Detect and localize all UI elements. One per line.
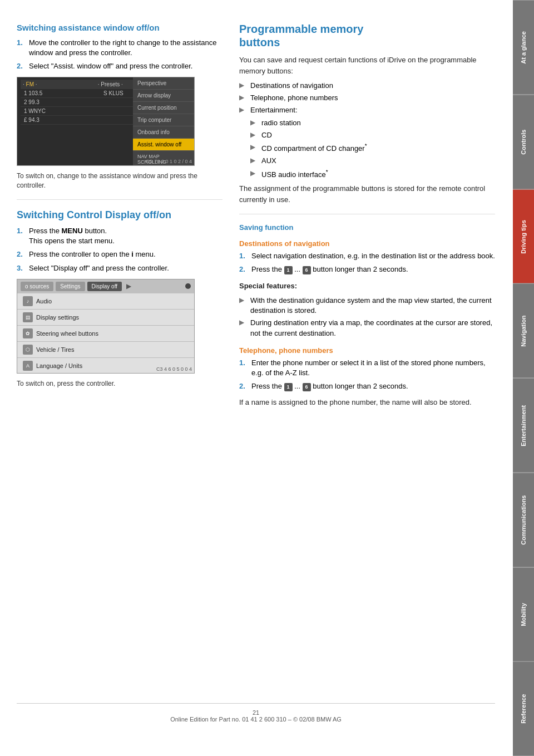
tab-settings[interactable]: Settings <box>56 282 85 291</box>
fm-menu-current[interactable]: Current position <box>133 102 194 114</box>
fm-menu-trip[interactable]: Trip computer <box>133 114 194 126</box>
step-text-1: Move the controller to the right to chan… <box>29 38 222 58</box>
display-steps: 1. Press the MENU button.This opens the … <box>17 226 222 273</box>
special-features-label: Special features: <box>239 281 495 292</box>
main-title: Programmable memory buttons <box>239 22 495 49</box>
saving-title: Saving function <box>239 223 495 232</box>
sidebar-tab-communications[interactable]: Communications <box>513 473 534 567</box>
fm-menu-onboard[interactable]: Onboard info <box>133 126 194 139</box>
arrow-icon-2: ▶ <box>239 93 247 103</box>
arrow-icon-8: ▶ <box>250 169 258 180</box>
step-text-2: Select "Assist. window off" and press th… <box>29 61 192 71</box>
special-bullet-2: ▶ During destination entry via a map, th… <box>239 318 495 338</box>
phone-step-1: 1. Enter the phone number or select it i… <box>239 358 495 378</box>
section-title-display: Switching Control Display off/on <box>17 209 222 222</box>
phone-subsection-title: Telephone, phone numbers <box>239 346 495 355</box>
sidebar-tab-controls[interactable]: Controls <box>513 95 534 189</box>
settings-label-display: Display settings <box>36 314 79 321</box>
screen-label-1: CD 78 0 0 1 0 2 / 0 4 <box>146 159 192 164</box>
nav-step-2: 2. Press the 1 ... 6 button longer than … <box>239 264 495 274</box>
left-column: Switching assistance window off/on 1. Mo… <box>17 22 222 692</box>
fm-right-menu: Perspective Arrow display Current positi… <box>133 77 194 165</box>
feature-cd: ▶ CD <box>239 130 495 140</box>
phone-step-text-1: Enter the phone number or select it in a… <box>251 358 495 378</box>
feature-entertainment-label: Entertainment: <box>250 105 298 115</box>
nav-step-1: 1. Select navigation destination, e.g. i… <box>239 251 495 261</box>
phone-steps: 1. Enter the phone number or select it i… <box>239 358 495 392</box>
steering-icon: ✿ <box>23 328 33 338</box>
settings-items-list: ♪ Audio ▤ Display settings ✿ Steering wh… <box>17 293 194 374</box>
settings-item-display[interactable]: ▤ Display settings <box>17 310 194 326</box>
display-step-text-2: Press the controller to open the i menu. <box>29 249 156 259</box>
settings-item-vehicle[interactable]: ⬡ Vehicle / Tires <box>17 342 194 358</box>
tab-display-off[interactable]: Display off <box>87 282 122 291</box>
main-title-line2: buttons <box>239 36 280 48</box>
feature-usb-label: USB audio interface* <box>261 169 328 180</box>
settings-item-audio[interactable]: ♪ Audio <box>17 293 194 310</box>
settings-top-bar: o sources Settings Display off ▶ <box>17 279 194 293</box>
arrow-special-1: ▶ <box>239 296 247 316</box>
special-bullet-text-2: During destination entry via a map, the … <box>250 318 495 338</box>
feature-cd-label: CD <box>261 130 272 140</box>
fm-menu-perspective[interactable]: Perspective <box>133 77 194 90</box>
phone-step-num-1: 1. <box>239 358 247 378</box>
right-column: Programmable memory buttons You can save… <box>239 22 495 692</box>
sidebar-tab-entertainment[interactable]: Entertainment <box>513 378 534 473</box>
display-step-2: 2. Press the controller to open the i me… <box>17 249 222 259</box>
btn-1-nav: 1 <box>284 266 293 274</box>
special-bullet-1: ▶ With the destination guidance system a… <box>239 296 495 316</box>
footer-page-num: 21 <box>253 709 259 716</box>
phone-step-2: 2. Press the 1 ... 6 button longer than … <box>239 381 495 391</box>
arrow-icon-5: ▶ <box>250 130 258 140</box>
display-step-num-2: 2. <box>17 249 24 259</box>
asterisk-2: * <box>326 169 328 175</box>
feature-aux: ▶ AUX <box>239 156 495 166</box>
feature-nav-label: Destinations of navigation <box>250 81 333 91</box>
phone-step-text-2: Press the 1 ... 6 button longer than 2 s… <box>251 381 408 391</box>
step-1: 1. Move the controller to the right to c… <box>17 38 222 58</box>
arrow-special-2: ▶ <box>239 318 247 338</box>
settings-screen: o sources Settings Display off ▶ ♪ Audio <box>17 279 195 374</box>
feature-list: ▶ Destinations of navigation ▶ Telephone… <box>239 81 495 180</box>
btn-6-nav: 6 <box>303 266 311 274</box>
settings-label-vehicle: Vehicle / Tires <box>36 346 74 353</box>
display-step-num-3: 3. <box>17 263 24 273</box>
feature-aux-label: AUX <box>261 156 276 166</box>
arrow-icon-4: ▶ <box>250 118 258 128</box>
feature-radio: ▶ radio station <box>239 118 495 128</box>
sidebar-tab-reference[interactable]: Reference <box>513 661 534 756</box>
sidebar-tab-at-a-glance[interactable]: At a glance <box>513 0 534 95</box>
nav-steps: 1. Select navigation destination, e.g. i… <box>239 251 495 274</box>
sidebar-tab-mobility[interactable]: Mobility <box>513 567 534 662</box>
display-step-3: 3. Select "Display off" and press the co… <box>17 263 222 273</box>
display-step-num-1: 1. <box>17 226 24 246</box>
vehicle-icon: ⬡ <box>23 345 33 355</box>
saving-section: Saving function Destinations of navigati… <box>239 223 495 408</box>
assignment-note: The assignment of the programmable butto… <box>239 183 495 205</box>
fm-menu-assist[interactable]: Assist. window off <box>133 139 194 151</box>
sidebar-tab-navigation[interactable]: Navigation <box>513 283 534 378</box>
phone-step-num-2: 2. <box>239 381 247 391</box>
nav-step-num-1: 1. <box>239 251 247 261</box>
tab-sources[interactable]: o sources <box>21 282 53 291</box>
btn-6-phone: 6 <box>303 383 311 391</box>
settings-label-steering: Steering wheel buttons <box>36 330 98 337</box>
feature-nav: ▶ Destinations of navigation <box>239 81 495 91</box>
section-title-assistance: Switching assistance window off/on <box>17 22 222 33</box>
nav-subsection-title: Destinations of navigation <box>239 239 495 248</box>
feature-entertainment: ▶ Entertainment: <box>239 105 495 115</box>
arrow-icon-6: ▶ <box>250 143 258 154</box>
sidebar-tab-driving-tips[interactable]: Driving tips <box>513 189 534 284</box>
arrow-icon-7: ▶ <box>250 156 258 166</box>
screen-label-2: C3 4 6 0 5 0 0 4 <box>156 366 192 372</box>
feature-cd-changer: ▶ CD compartment of CD changer* <box>239 143 495 154</box>
settings-label-audio: Audio <box>36 298 52 305</box>
page-footer: 21 Online Edition for Part no. 01 41 2 6… <box>17 703 495 723</box>
phone-note: If a name is assigned to the phone numbe… <box>239 397 495 408</box>
section-assistance-window: Switching assistance window off/on 1. Mo… <box>17 22 222 190</box>
fm-menu-arrow[interactable]: Arrow display <box>133 90 194 102</box>
display-icon: ▤ <box>23 312 33 322</box>
settings-item-steering[interactable]: ✿ Steering wheel buttons <box>17 326 194 342</box>
settings-label-language: Language / Units <box>36 362 82 369</box>
asterisk-1: * <box>365 143 367 149</box>
